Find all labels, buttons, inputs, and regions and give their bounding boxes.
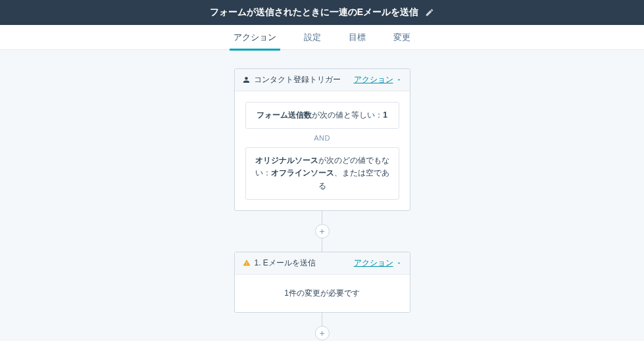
- trigger-card[interactable]: コンタクト登録トリガー アクション フォーム送信数が次の値と等しい：1 AND …: [234, 68, 410, 211]
- page-title: フォームが送信されたときに一連のEメールを送信: [210, 7, 418, 18]
- page-header: フォームが送信されたときに一連のEメールを送信: [0, 0, 644, 25]
- user-icon: [243, 76, 250, 83]
- tab-action[interactable]: アクション: [232, 25, 278, 50]
- and-label: AND: [245, 129, 399, 147]
- step1-card-header: 1. Eメールを送信 アクション: [235, 252, 410, 275]
- cond2-field: オリジナルソース: [255, 156, 318, 165]
- condition-1[interactable]: フォーム送信数が次の値と等しい：1: [245, 102, 399, 129]
- cond1-field: フォーム送信数: [257, 110, 312, 120]
- trigger-action-dropdown[interactable]: アクション: [354, 74, 402, 85]
- connector-line: [322, 313, 322, 326]
- step1-card-body: 1件の変更が必要です: [235, 275, 410, 312]
- chevron-down-icon: [396, 77, 402, 83]
- cond1-value: 1: [383, 110, 387, 120]
- trigger-card-title: コンタクト登録トリガー: [243, 74, 341, 85]
- tabs: アクション 設定 目標 変更: [0, 25, 644, 50]
- cond1-op: が次の値と等しい：: [312, 110, 383, 120]
- cond2-value: オフラインソース: [271, 168, 334, 177]
- trigger-card-body: フォーム送信数が次の値と等しい：1 AND オリジナルソースが次のどの値でもない…: [235, 91, 410, 210]
- step1-title-text: 1. Eメールを送信: [255, 258, 316, 269]
- trigger-card-header: コンタクト登録トリガー アクション: [235, 69, 410, 91]
- tab-changes[interactable]: 変更: [392, 25, 412, 50]
- workflow-canvas: コンタクト登録トリガー アクション フォーム送信数が次の値と等しい：1 AND …: [0, 50, 644, 340]
- connector-line: [322, 211, 322, 224]
- step1-action-dropdown[interactable]: アクション: [354, 258, 402, 269]
- tab-settings[interactable]: 設定: [303, 25, 322, 50]
- chevron-down-icon: [396, 260, 402, 266]
- tab-goals[interactable]: 目標: [347, 25, 367, 50]
- trigger-title-text: コンタクト登録トリガー: [254, 74, 341, 85]
- connector-line: [322, 239, 322, 252]
- edit-icon[interactable]: [425, 8, 434, 17]
- action-label: アクション: [354, 258, 393, 269]
- action-label: アクション: [354, 74, 393, 85]
- add-step-button[interactable]: +: [315, 224, 330, 239]
- condition-2[interactable]: オリジナルソースが次のどの値でもない：オフラインソース、または空である: [245, 147, 399, 200]
- add-step-button[interactable]: +: [315, 326, 330, 340]
- step1-card-title: 1. Eメールを送信: [243, 258, 316, 269]
- warning-icon: [243, 259, 251, 267]
- step1-card[interactable]: 1. Eメールを送信 アクション 1件の変更が必要です: [234, 252, 410, 313]
